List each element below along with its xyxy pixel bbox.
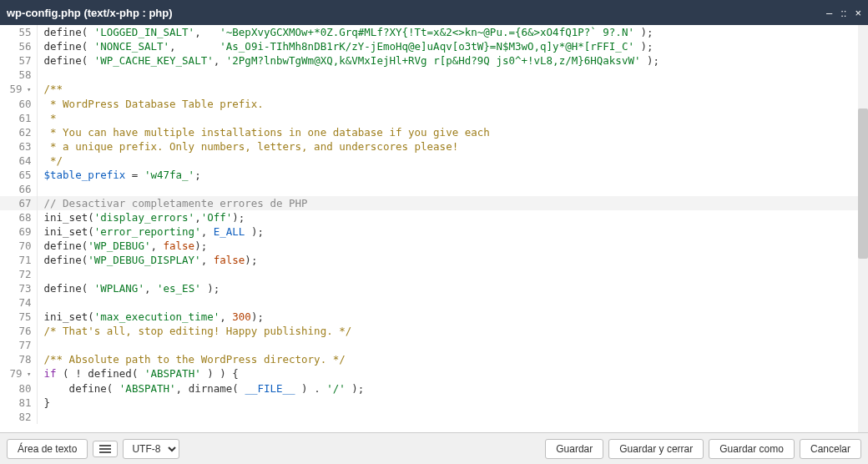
code-line[interactable]: 60 * WordPress Database Table prefix. xyxy=(0,97,868,111)
code-cell[interactable] xyxy=(37,182,868,196)
window-title: wp-config.php (text/x-php : php) xyxy=(7,7,826,19)
code-line[interactable]: 78/** Absolute path to the WordPress dir… xyxy=(0,352,868,366)
code-line[interactable]: 82 xyxy=(0,410,868,424)
menu-icon[interactable] xyxy=(93,441,118,457)
line-number: 74 xyxy=(0,295,37,310)
code-line[interactable]: 81} xyxy=(0,396,868,410)
code-line[interactable]: 56define( 'NONCE_SALT', 'As_O9i-TIhMh8nD… xyxy=(0,39,868,53)
code-cell[interactable]: * a unique prefix. Only numbers, letters… xyxy=(37,139,868,154)
code-line[interactable]: 65$table_prefix = 'w47fa_'; xyxy=(0,168,868,182)
line-number: 73 xyxy=(0,281,37,295)
code-line[interactable]: 72 xyxy=(0,267,868,281)
code-line[interactable]: 80 define( 'ABSPATH', dirname( __FILE__ … xyxy=(0,381,868,396)
code-line[interactable]: 70define('WP_DEBUG', false); xyxy=(0,239,868,253)
code-cell[interactable]: /** xyxy=(37,82,868,97)
line-number: 68 xyxy=(0,210,37,224)
code-cell[interactable]: define( 'WPLANG', 'es_ES' ); xyxy=(37,281,868,295)
code-line[interactable]: 67// Desactivar completamente errores de… xyxy=(0,196,868,210)
code-cell[interactable]: $table_prefix = 'w47fa_'; xyxy=(37,168,868,182)
code-line[interactable]: 75ini_set('max_execution_time', 300); xyxy=(0,310,868,324)
line-number: 55 xyxy=(0,25,37,39)
textarea-mode-button[interactable]: Área de texto xyxy=(7,439,88,459)
code-cell[interactable] xyxy=(37,338,868,352)
code-line[interactable]: 57define( 'WP_CACHE_KEY_SALT', '2PgM?lnb… xyxy=(0,53,868,68)
code-line[interactable]: 63 * a unique prefix. Only numbers, lett… xyxy=(0,139,868,154)
maximize-icon[interactable]: :: xyxy=(840,7,846,19)
vertical-scrollbar[interactable] xyxy=(858,25,868,432)
code-cell[interactable]: define('WP_DEBUG_DISPLAY', false); xyxy=(37,253,868,267)
code-cell[interactable] xyxy=(37,68,868,82)
code-cell[interactable]: define( 'WP_CACHE_KEY_SALT', '2PgM?lnbwT… xyxy=(37,53,868,68)
code-cell[interactable] xyxy=(37,410,868,424)
line-number: 63 xyxy=(0,139,37,154)
window-controls: – :: × xyxy=(826,7,861,19)
line-number: 70 xyxy=(0,239,37,253)
line-number: 76 xyxy=(0,324,37,338)
scrollbar-thumb[interactable] xyxy=(858,108,868,259)
code-content[interactable]: 55define( 'LOGGED_IN_SALT', '~BepXvyGCXM… xyxy=(0,25,868,424)
code-line[interactable]: 76/* That's all, stop editing! Happy pub… xyxy=(0,324,868,338)
code-line[interactable]: 61 * xyxy=(0,111,868,125)
line-number: 75 xyxy=(0,310,37,324)
line-number: 65 xyxy=(0,168,37,182)
code-cell[interactable]: ini_set('display_errors','Off'); xyxy=(37,210,868,224)
code-line[interactable]: 59 ▾/** xyxy=(0,82,868,97)
code-line[interactable]: 73define( 'WPLANG', 'es_ES' ); xyxy=(0,281,868,295)
code-cell[interactable]: ini_set('error_reporting', E_ALL ); xyxy=(37,224,868,239)
code-line[interactable]: 74 xyxy=(0,295,868,310)
minimize-icon[interactable]: – xyxy=(826,7,832,19)
code-line[interactable]: 77 xyxy=(0,338,868,352)
code-line[interactable]: 64 */ xyxy=(0,154,868,168)
line-number: 56 xyxy=(0,39,37,53)
code-cell[interactable] xyxy=(37,267,868,281)
code-cell[interactable]: * xyxy=(37,111,868,125)
line-number: 61 xyxy=(0,111,37,125)
code-cell[interactable]: } xyxy=(37,396,868,410)
line-number: 67 xyxy=(0,196,37,210)
code-line[interactable]: 69ini_set('error_reporting', E_ALL ); xyxy=(0,224,868,239)
editor-area: 55define( 'LOGGED_IN_SALT', '~BepXvyGCXM… xyxy=(0,25,868,432)
code-line[interactable]: 55define( 'LOGGED_IN_SALT', '~BepXvyGCXM… xyxy=(0,25,868,39)
line-number: 62 xyxy=(0,125,37,139)
line-number: 58 xyxy=(0,68,37,82)
code-cell[interactable]: /** Absolute path to the WordPress direc… xyxy=(37,352,868,366)
code-cell[interactable]: define( 'NONCE_SALT', 'As_O9i-TIhMh8nDB1… xyxy=(37,39,868,53)
line-number: 72 xyxy=(0,267,37,281)
fold-icon[interactable]: ▾ xyxy=(23,85,32,93)
code-cell[interactable]: * WordPress Database Table prefix. xyxy=(37,97,868,111)
line-number: 69 xyxy=(0,224,37,239)
code-cell[interactable] xyxy=(37,295,868,310)
code-cell[interactable]: if ( ! defined( 'ABSPATH' ) ) { xyxy=(37,366,868,381)
code-cell[interactable]: ini_set('max_execution_time', 300); xyxy=(37,310,868,324)
fold-icon[interactable]: ▾ xyxy=(23,370,32,378)
line-number: 60 xyxy=(0,97,37,111)
save-close-button[interactable]: Guardar y cerrar xyxy=(608,439,704,459)
line-number: 57 xyxy=(0,53,37,68)
code-cell[interactable]: define('WP_DEBUG', false); xyxy=(37,239,868,253)
save-as-button[interactable]: Guardar como xyxy=(709,439,795,459)
save-button[interactable]: Guardar xyxy=(545,439,603,459)
close-icon[interactable]: × xyxy=(855,7,861,19)
code-cell[interactable]: /* That's all, stop editing! Happy publi… xyxy=(37,324,868,338)
code-cell[interactable]: define( 'ABSPATH', dirname( __FILE__ ) .… xyxy=(37,381,868,396)
code-scroll[interactable]: 55define( 'LOGGED_IN_SALT', '~BepXvyGCXM… xyxy=(0,25,868,432)
line-number: 59 ▾ xyxy=(0,82,37,97)
titlebar: wp-config.php (text/x-php : php) – :: × xyxy=(0,0,868,25)
code-line[interactable]: 62 * You can have multiple installations… xyxy=(0,125,868,139)
line-number: 78 xyxy=(0,352,37,366)
code-line[interactable]: 68ini_set('display_errors','Off'); xyxy=(0,210,868,224)
bottombar: Área de texto UTF-8 Guardar Guardar y ce… xyxy=(0,432,868,464)
code-line[interactable]: 71define('WP_DEBUG_DISPLAY', false); xyxy=(0,253,868,267)
encoding-select[interactable]: UTF-8 xyxy=(123,439,179,459)
code-line[interactable]: 66 xyxy=(0,182,868,196)
code-cell[interactable]: // Desactivar completamente errores de P… xyxy=(37,196,868,210)
code-cell[interactable]: */ xyxy=(37,154,868,168)
line-number: 79 ▾ xyxy=(0,366,37,381)
line-number: 82 xyxy=(0,410,37,424)
cancel-button[interactable]: Cancelar xyxy=(800,439,861,459)
code-cell[interactable]: define( 'LOGGED_IN_SALT', '~BepXvyGCXMOw… xyxy=(37,25,868,39)
line-number: 80 xyxy=(0,381,37,396)
code-line[interactable]: 79 ▾if ( ! defined( 'ABSPATH' ) ) { xyxy=(0,366,868,381)
code-line[interactable]: 58 xyxy=(0,68,868,82)
code-cell[interactable]: * You can have multiple installations in… xyxy=(37,125,868,139)
